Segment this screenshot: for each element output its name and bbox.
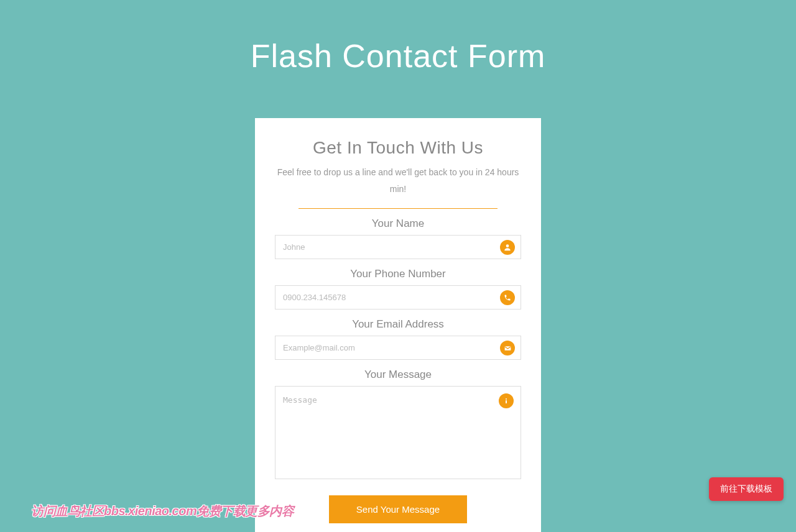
mail-icon — [500, 341, 515, 355]
info-icon — [499, 393, 514, 408]
page-title: Flash Contact Form — [0, 0, 796, 99]
download-template-button[interactable]: 前往下载模板 — [709, 477, 784, 501]
person-icon — [500, 240, 515, 255]
submit-button[interactable]: Send Your Message — [329, 495, 467, 523]
name-input[interactable] — [275, 235, 521, 259]
message-label: Your Message — [275, 369, 521, 381]
contact-card: Get In Touch With Us Feel free to drop u… — [255, 118, 541, 532]
name-label: Your Name — [275, 218, 521, 230]
card-subtitle: Feel free to drop us a line and we'll ge… — [275, 164, 521, 197]
email-label: Your Email Address — [275, 318, 521, 331]
message-input[interactable] — [275, 386, 521, 479]
email-input[interactable] — [275, 336, 521, 360]
phone-input[interactable] — [275, 285, 521, 310]
name-input-wrap — [275, 235, 521, 259]
svg-point-0 — [506, 245, 509, 248]
phone-input-wrap — [275, 285, 521, 310]
svg-point-2 — [506, 398, 507, 400]
message-input-wrap — [275, 386, 521, 482]
email-input-wrap — [275, 336, 521, 360]
watermark-text: 访问血鸟社区bbs.xieniao.com免费下载更多内容 — [31, 503, 294, 520]
svg-rect-3 — [506, 400, 507, 403]
divider — [298, 208, 497, 209]
phone-label: Your Phone Number — [275, 268, 521, 280]
phone-icon — [500, 290, 515, 305]
card-title: Get In Touch With Us — [275, 138, 521, 158]
